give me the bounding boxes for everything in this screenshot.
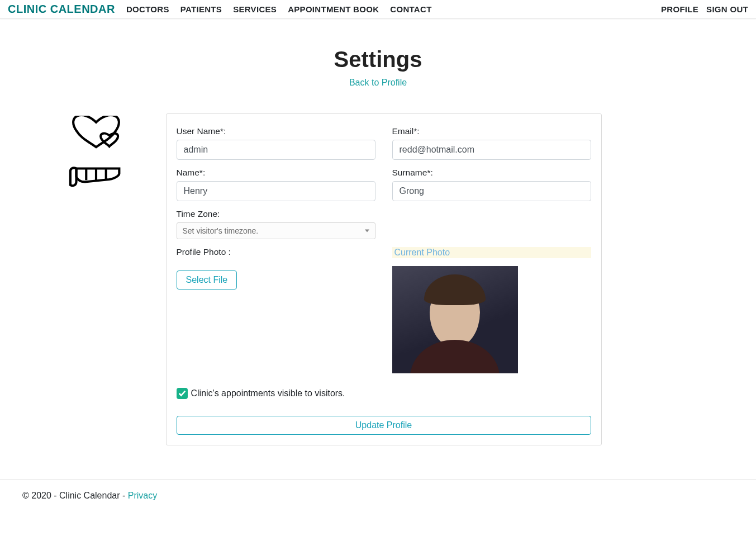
footer-text: © 2020 - Clinic Calendar - — [22, 491, 128, 500]
select-timezone-value: Set visitor's timezone. — [183, 226, 259, 235]
settings-form-card: User Name*: Email*: Name*: Surname*: — [166, 113, 602, 445]
nav-contact[interactable]: CONTACT — [390, 4, 431, 14]
page-title: Settings — [43, 47, 714, 72]
nav-patients[interactable]: PATIENTS — [180, 4, 222, 14]
nav-services[interactable]: SERVICES — [233, 4, 277, 14]
update-profile-button[interactable]: Update Profile — [177, 416, 591, 435]
main: Settings Back to Profile — [26, 19, 730, 468]
checkbox-appointments-visible[interactable] — [177, 388, 188, 399]
nav-appointment-book[interactable]: APPOINTMENT BOOK — [288, 4, 379, 14]
back-to-profile-link[interactable]: Back to Profile — [349, 78, 407, 87]
label-email: Email*: — [392, 126, 591, 136]
label-name: Name*: — [177, 168, 375, 178]
input-username[interactable] — [177, 140, 375, 160]
nav-left: CLINIC CALENDAR DOCTORS PATIENTS SERVICE… — [8, 3, 432, 16]
check-icon — [178, 390, 186, 397]
nav-profile[interactable]: PROFILE — [661, 4, 698, 14]
select-file-button[interactable]: Select File — [177, 270, 237, 290]
nav-sign-out[interactable]: SIGN OUT — [706, 4, 748, 14]
input-name[interactable] — [177, 181, 375, 201]
current-profile-photo — [392, 266, 518, 373]
label-timezone: Time Zone: — [177, 209, 375, 219]
label-username: User Name*: — [177, 126, 375, 136]
footer: © 2020 - Clinic Calendar - Privacy — [0, 479, 756, 512]
label-profile-photo: Profile Photo : — [177, 247, 375, 257]
nav-right: PROFILE SIGN OUT — [661, 4, 748, 14]
label-current-photo: Current Photo — [392, 247, 591, 258]
input-email[interactable] — [392, 140, 591, 160]
checkbox-appointments-visible-label: Clinic's appointments visible to visitor… — [191, 388, 345, 398]
label-surname: Surname*: — [392, 168, 591, 178]
brand-link[interactable]: CLINIC CALENDAR — [8, 3, 115, 16]
nav-doctors[interactable]: DOCTORS — [126, 4, 169, 14]
navbar: CLINIC CALENDAR DOCTORS PATIENTS SERVICE… — [0, 0, 756, 19]
footer-privacy-link[interactable]: Privacy — [128, 491, 157, 500]
input-surname[interactable] — [392, 181, 591, 201]
heart-hand-icon — [49, 113, 144, 188]
select-timezone[interactable]: Set visitor's timezone. — [177, 222, 375, 239]
